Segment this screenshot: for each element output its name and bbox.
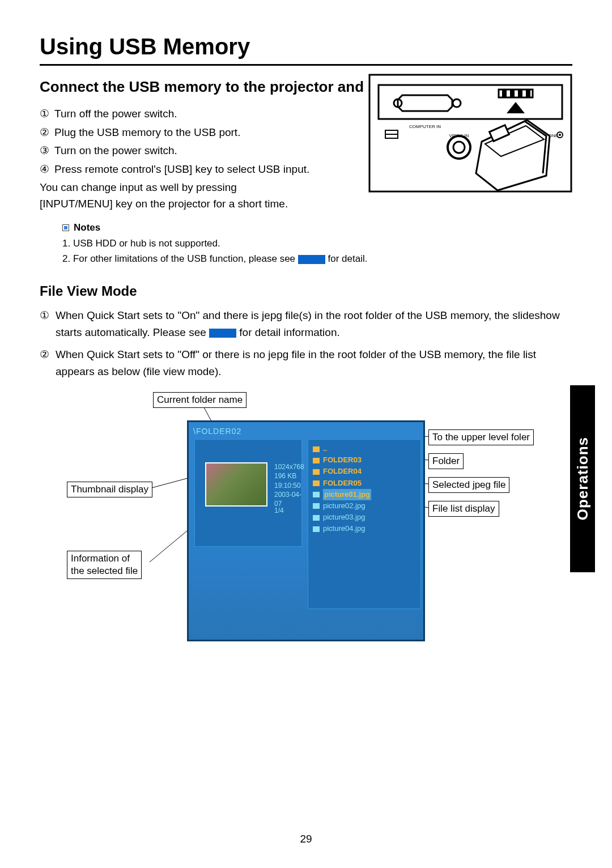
step-text: Turn on the power switch. [54,143,177,159]
selected-file: picture01.jpg [313,489,416,500]
label-folder: Folder [428,453,464,469]
notes-bullet-icon [62,224,69,231]
folder-icon [313,469,320,475]
title-rule [40,64,572,66]
file-view-diagram: \FOLDER02 1024x768 196 KB 19:10:50 2003-… [40,386,572,681]
file-icon [313,526,320,532]
step-number: ① [40,106,54,122]
file-metadata: 1024x768 196 KB 19:10:50 2003-04-07 [274,462,304,508]
file-item: picture02.jpg [313,500,416,512]
section-tab: Operations [570,385,595,572]
label-computer-in: COMPUTER IN [409,124,441,129]
folder-icon [313,480,320,486]
label-selected: Selected jpeg file [428,477,509,493]
file-icon [313,492,320,497]
page-number: 29 [0,833,612,845]
file-list-panel: .. FOLDER03 FOLDER04 FOLDER05 picture01.… [308,439,421,609]
step-number: ② [40,346,56,380]
projector-screen: \FOLDER02 1024x768 196 KB 19:10:50 2003-… [187,420,425,641]
note-item: 1. USB HDD or hub is not supported. [62,236,572,251]
left-panel: 1024x768 196 KB 19:10:50 2003-04-07 1/4 [194,439,302,547]
step-text: When Quick Start sets to "Off" or there … [56,346,572,380]
folder-item: FOLDER04 [313,466,416,477]
file-item: picture04.jpg [313,523,416,534]
file-counter: 1/4 [274,507,284,514]
step-text: When Quick Start sets to "On" and there … [56,307,572,341]
svg-rect-5 [502,90,507,97]
folder-icon [313,446,320,452]
thumbnail [205,462,267,507]
step-text: Press remote control's [USB] key to sele… [54,161,309,178]
notes-heading: Notes [40,222,572,233]
step-text: Plug the USB memory to the USB port. [54,125,240,141]
note-item: 2. For other limitations of the USB func… [62,251,572,266]
step-number: ③ [40,143,54,159]
svg-point-14 [559,134,561,136]
section-heading-fileview: File View Mode [40,283,572,299]
projector-illustration: COMPUTER IN VIDEO IN \DPHONE [368,74,572,193]
folder-icon [313,458,320,463]
svg-point-12 [453,142,465,153]
step-number: ④ [40,161,54,178]
steps-list: ①Turn off the power switch. ②Plug the US… [40,106,312,177]
label-current-folder: Current folder name [153,392,246,408]
label-thumbnail: Thumbnail display [67,482,152,497]
file-icon [313,515,320,521]
svg-rect-7 [518,90,522,97]
step-number: ② [40,125,54,141]
label-file-list: File list display [428,501,499,517]
file-item: picture03.jpg [313,512,416,523]
label-info: Information of the selected file [67,551,142,579]
page-reference-icon [209,329,236,338]
step-number: ① [40,307,56,341]
step-text: Turn off the power switch. [54,106,177,122]
svg-rect-8 [526,90,530,97]
page-title: Using USB Memory [40,34,572,59]
current-folder-path: \FOLDER02 [193,427,241,436]
up-folder: .. [313,443,416,454]
svg-rect-6 [510,90,515,97]
fileview-list: ① When Quick Start sets to "On" and ther… [40,307,572,380]
file-icon [313,503,320,509]
label-upper: To the upper level foler [428,429,534,445]
paragraph: You can change input as well by pressing… [40,180,312,212]
notes-list: 1. USB HDD or hub is not supported. 2. F… [40,236,572,266]
folder-item: FOLDER05 [313,478,416,489]
page-reference-icon [298,255,325,264]
folder-item: FOLDER03 [313,454,416,466]
